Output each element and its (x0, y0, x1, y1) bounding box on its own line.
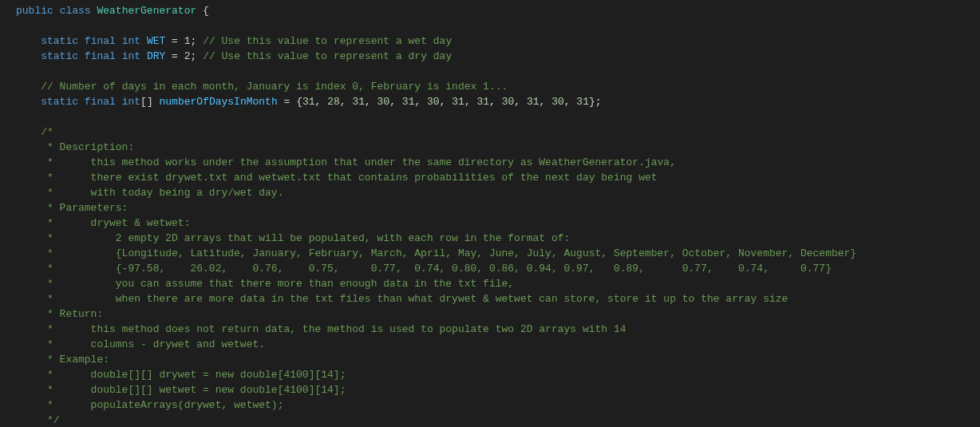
type-int: int (122, 96, 140, 108)
block-comment-line: * Parameters: (16, 200, 980, 215)
block-comment-line: /* (16, 125, 980, 140)
number-literal: 28 (327, 96, 340, 108)
code-line: static final int[] numberOfDaysInMonth =… (16, 94, 980, 109)
block-comment-line: * you can assume that there more than en… (16, 276, 980, 291)
code-line: static final int WET = 1; // Use this va… (16, 34, 980, 49)
code-editor[interactable]: public class WeatherGenerator { static f… (0, 0, 980, 427)
number-literal: 31 (476, 96, 489, 108)
number-literal: 30 (377, 96, 390, 108)
number-literal: 30 (502, 96, 515, 108)
type-int: int (122, 35, 140, 47)
line-comment: // Use this value to represent a dry day (196, 50, 452, 62)
code-line: static final int DRY = 2; // Use this va… (16, 49, 980, 64)
number-literal: 30 (551, 96, 564, 108)
block-comment-line: * this method does not return data, the … (16, 322, 980, 337)
block-comment-line: * {Longitude, Latitude, January, Februar… (16, 246, 980, 261)
keyword-class: class (60, 5, 91, 17)
block-comment-line: * 2 empty 2D arrays that will be populat… (16, 231, 980, 246)
block-comment-line: * {-97.58, 26.02, 0.76, 0.75, 0.77, 0.74… (16, 261, 980, 276)
class-name: WeatherGenerator (97, 5, 196, 17)
field-name: DRY (147, 50, 165, 62)
number-literal: 30 (427, 96, 440, 108)
number-literal: 31 (576, 96, 589, 108)
number-literal: 1 (184, 35, 191, 47)
block-comment-line: * there exist drywet.txt and wetwet.txt … (16, 170, 980, 185)
line-comment: // Use this value to represent a wet day (196, 35, 452, 47)
code-line: public class WeatherGenerator { (16, 3, 980, 18)
block-comment-line: * drywet & wetwet: (16, 215, 980, 231)
block-comment-line: * double[][] drywet = new double[4100][1… (16, 367, 980, 382)
keyword-final: final (85, 96, 116, 108)
block-comment-line: * double[][] wetwet = new double[4100][1… (16, 382, 980, 397)
keyword-static: static (41, 35, 78, 47)
number-literal: 31 (452, 96, 464, 108)
field-name: WET (147, 35, 165, 47)
block-comment-line: * Example: (16, 352, 980, 367)
number-literal: 31 (352, 96, 365, 108)
code-line: // Number of days in each month, January… (16, 79, 980, 94)
keyword-static: static (41, 96, 78, 108)
block-comment-line: * populateArrays(drywet, wetwet); (16, 397, 980, 413)
keyword-final: final (85, 50, 116, 62)
keyword-public: public (16, 5, 53, 17)
number-literal: 31 (302, 96, 315, 108)
number-literal: 2 (184, 50, 191, 62)
keyword-static: static (41, 50, 78, 62)
blank-line (16, 109, 980, 125)
field-name: numberOfDaysInMonth (160, 96, 278, 108)
keyword-final: final (85, 35, 116, 47)
brace: { (196, 5, 209, 17)
block-comment-line: * columns - drywet and wetwet. (16, 337, 980, 352)
brackets: [] (140, 96, 153, 108)
block-comment-line: */ (16, 413, 980, 427)
block-comment-line: * Description: (16, 140, 980, 155)
line-comment: // Number of days in each month, January… (41, 81, 508, 93)
number-literal: 31 (527, 96, 539, 108)
number-literal: 31 (402, 96, 415, 108)
block-comment-line: * when there are more data in the txt fi… (16, 291, 980, 306)
block-comment-line: * with today being a dry/wet day. (16, 185, 980, 200)
type-int: int (122, 50, 140, 62)
block-comment-line: * this method works under the assumption… (16, 155, 980, 170)
blank-line (16, 18, 980, 34)
blank-line (16, 64, 980, 79)
block-comment-line: * Return: (16, 306, 980, 322)
